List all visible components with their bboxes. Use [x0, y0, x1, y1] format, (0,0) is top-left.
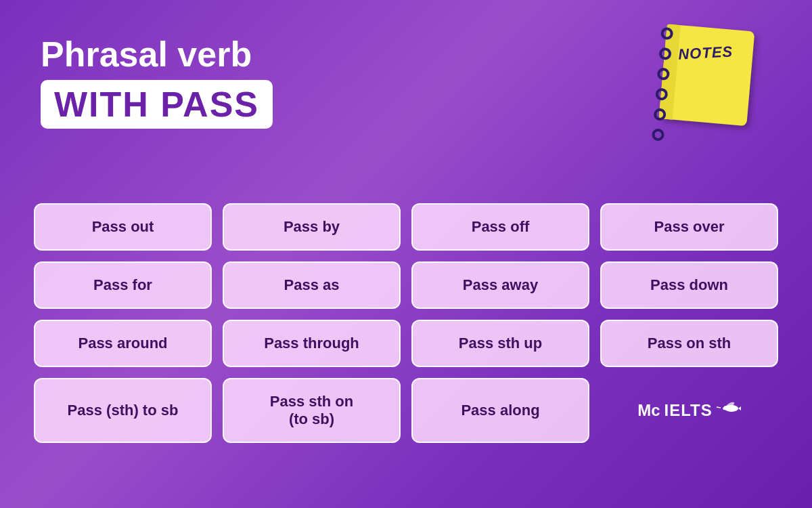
row-4: Pass (sth) to sb Pass sth on(to sb) Pass…: [34, 378, 778, 443]
card-pass-sth-up[interactable]: Pass sth up: [411, 320, 589, 367]
hummingbird-icon: [717, 396, 741, 425]
card-pass-sth-on-to-sb[interactable]: Pass sth on(to sb): [223, 378, 401, 443]
logo-cell: Mc IELTS: [600, 378, 778, 443]
svg-line-4: [717, 407, 721, 408]
ring-3: [657, 68, 671, 81]
svg-marker-2: [738, 406, 741, 410]
card-pass-sth-to-sb[interactable]: Pass (sth) to sb: [34, 378, 212, 443]
card-pass-around[interactable]: Pass around: [34, 320, 212, 367]
card-pass-as[interactable]: Pass as: [223, 261, 401, 309]
card-pass-by[interactable]: Pass by: [223, 203, 401, 251]
ring-4: [655, 87, 669, 101]
card-pass-off[interactable]: Pass off: [411, 203, 589, 251]
row-2: Pass for Pass as Pass away Pass down: [34, 261, 778, 309]
ring-1: [660, 27, 674, 41]
main-container: Phrasal verb WITH PASS NOTES Pass out Pa…: [0, 0, 812, 508]
row-1: Pass out Pass by Pass off Pass over: [34, 203, 778, 251]
svg-point-5: [722, 406, 723, 408]
notes-icon: NOTES: [650, 20, 758, 129]
ring-5: [653, 108, 667, 121]
card-pass-away[interactable]: Pass away: [411, 261, 589, 309]
card-pass-down[interactable]: Pass down: [600, 261, 778, 309]
ring-6: [652, 128, 665, 142]
title-line2-wrapper: WITH PASS: [41, 80, 273, 129]
title-section: Phrasal verb WITH PASS: [41, 34, 273, 129]
row-3: Pass around Pass through Pass sth up Pas…: [34, 320, 778, 367]
card-pass-over[interactable]: Pass over: [600, 203, 778, 251]
grid-section: Pass out Pass by Pass off Pass over Pass…: [34, 203, 778, 443]
title-line1: Phrasal verb: [41, 34, 273, 75]
notebook: NOTES: [646, 16, 756, 127]
card-pass-on-sth[interactable]: Pass on sth: [600, 320, 778, 367]
logo-mc-text: Mc: [637, 401, 660, 420]
notes-label: NOTES: [678, 43, 734, 63]
ring-2: [658, 47, 672, 61]
card-pass-through[interactable]: Pass through: [223, 320, 401, 367]
card-pass-out[interactable]: Pass out: [34, 203, 212, 251]
logo-ielts-text: IELTS: [664, 401, 713, 420]
card-pass-along[interactable]: Pass along: [411, 378, 589, 443]
card-pass-for[interactable]: Pass for: [34, 261, 212, 309]
title-line2: WITH PASS: [54, 85, 259, 124]
